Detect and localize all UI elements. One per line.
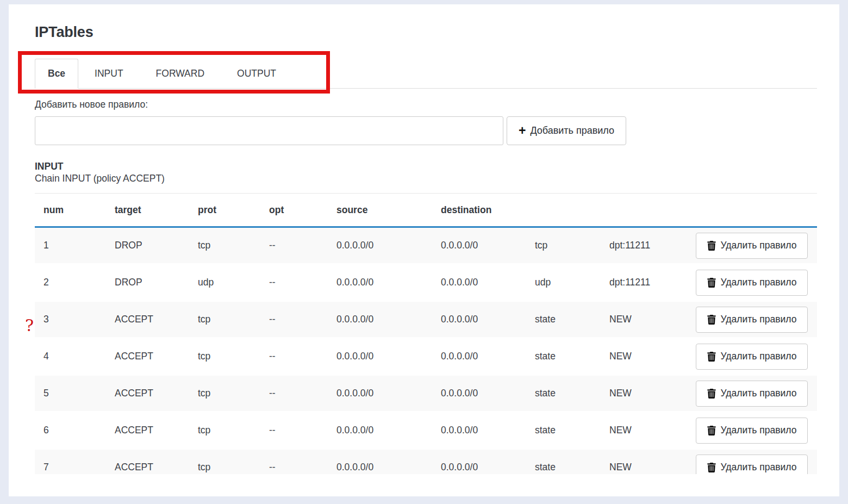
rule-cell-extra1: state: [526, 412, 601, 449]
rule-cell-actions: Удалить правило: [687, 301, 817, 338]
delete-rule-button-label: Удалить правило: [721, 240, 797, 251]
rule-cell-source: 0.0.0.0/0: [328, 412, 432, 449]
col-header-destination: destination: [432, 194, 526, 227]
rule-cell-prot: tcp: [189, 412, 260, 449]
rule-cell-num: 5: [35, 375, 106, 412]
rule-cell-extra2: NEW: [601, 375, 687, 412]
chain-section-header: INPUT Chain INPUT (policy ACCEPT): [35, 160, 817, 184]
rule-cell-num: 2: [35, 264, 106, 301]
page-title: IPTables: [35, 4, 817, 40]
col-header-target: target: [106, 194, 189, 227]
add-rule-button[interactable]: + Добавить правило: [507, 116, 626, 145]
rule-row: 3ACCEPTtcp--0.0.0.0/00.0.0.0/0stateNEWУд…: [35, 301, 817, 338]
rule-cell-actions: Удалить правило: [687, 264, 817, 301]
rule-cell-opt: --: [260, 227, 328, 264]
col-header-num: num: [35, 194, 106, 227]
rule-cell-target: ACCEPT: [106, 449, 189, 475]
rule-cell-opt: --: [260, 264, 328, 301]
delete-rule-button[interactable]: Удалить правило: [696, 381, 808, 407]
plus-icon: +: [519, 125, 526, 137]
chain-tabs: Все INPUT FORWARD OUTPUT: [35, 59, 817, 89]
rule-cell-prot: tcp: [189, 301, 260, 338]
rule-cell-source: 0.0.0.0/0: [328, 301, 432, 338]
tab-input[interactable]: INPUT: [78, 59, 140, 88]
rule-cell-destination: 0.0.0.0/0: [432, 227, 526, 264]
rules-table: num target prot opt source destination 1…: [35, 193, 817, 474]
rule-cell-num: 3: [35, 301, 106, 338]
rule-cell-target: DROP: [106, 264, 189, 301]
delete-rule-button[interactable]: Удалить правило: [696, 418, 808, 444]
delete-rule-button-label: Удалить правило: [721, 388, 797, 399]
rule-cell-extra1: state: [526, 375, 601, 412]
rule-row: 1DROPtcp--0.0.0.0/00.0.0.0/0tcpdpt:11211…: [35, 227, 817, 264]
table-header-row: num target prot opt source destination: [35, 194, 817, 227]
rule-cell-source: 0.0.0.0/0: [328, 449, 432, 475]
delete-rule-button[interactable]: Удалить правило: [696, 307, 808, 333]
col-header-opt: opt: [260, 194, 328, 227]
rule-cell-extra1: tcp: [526, 227, 601, 264]
delete-rule-button-label: Удалить правило: [721, 351, 797, 362]
trash-icon: [707, 352, 716, 362]
rule-cell-opt: --: [260, 412, 328, 449]
new-rule-input[interactable]: [35, 116, 503, 145]
col-header-source: source: [328, 194, 432, 227]
rule-cell-source: 0.0.0.0/0: [328, 227, 432, 264]
tab-output[interactable]: OUTPUT: [221, 59, 292, 88]
delete-rule-button[interactable]: Удалить правило: [696, 455, 808, 475]
rule-cell-source: 0.0.0.0/0: [328, 338, 432, 375]
trash-icon: [707, 389, 716, 399]
rule-cell-prot: tcp: [189, 375, 260, 412]
trash-icon: [707, 278, 716, 288]
rule-cell-actions: Удалить правило: [687, 375, 817, 412]
rule-cell-destination: 0.0.0.0/0: [432, 375, 526, 412]
rule-cell-extra2: dpt:11211: [601, 264, 687, 301]
rule-cell-source: 0.0.0.0/0: [328, 264, 432, 301]
trash-icon: [707, 315, 716, 325]
rule-cell-actions: Удалить правило: [687, 227, 817, 264]
add-rule-form: + Добавить правило: [35, 116, 817, 145]
delete-rule-button-label: Удалить правило: [721, 314, 797, 325]
delete-rule-button[interactable]: Удалить правило: [696, 233, 808, 259]
rule-cell-prot: tcp: [189, 449, 260, 475]
add-rule-label: Добавить новое правило:: [35, 99, 817, 110]
rule-cell-target: ACCEPT: [106, 375, 189, 412]
rule-cell-opt: --: [260, 301, 328, 338]
rule-cell-prot: tcp: [189, 227, 260, 264]
chain-name: INPUT: [35, 160, 817, 172]
rule-cell-extra1: state: [526, 338, 601, 375]
delete-rule-button[interactable]: Удалить правило: [696, 270, 808, 296]
rule-cell-extra1: state: [526, 301, 601, 338]
delete-rule-button[interactable]: Удалить правило: [696, 344, 808, 370]
content-card: IPTables Все INPUT FORWARD OUTPUT Добави…: [9, 4, 839, 496]
rule-cell-destination: 0.0.0.0/0: [432, 449, 526, 475]
tab-forward[interactable]: FORWARD: [140, 59, 221, 88]
rule-cell-num: 4: [35, 338, 106, 375]
delete-rule-button-label: Удалить правило: [721, 277, 797, 288]
rule-cell-destination: 0.0.0.0/0: [432, 264, 526, 301]
rule-row: 2DROPudp--0.0.0.0/00.0.0.0/0udpdpt:11211…: [35, 264, 817, 301]
tab-all[interactable]: Все: [35, 59, 78, 89]
rule-cell-num: 7: [35, 449, 106, 475]
rule-cell-extra2: NEW: [601, 301, 687, 338]
delete-rule-button-label: Удалить правило: [721, 425, 797, 436]
chain-policy: Chain INPUT (policy ACCEPT): [35, 172, 817, 184]
rule-cell-prot: tcp: [189, 338, 260, 375]
rule-cell-source: 0.0.0.0/0: [328, 375, 432, 412]
trash-icon: [707, 426, 716, 435]
delete-rule-button-label: Удалить правило: [721, 462, 797, 473]
rule-cell-extra2: dpt:11211: [601, 227, 687, 264]
rule-cell-target: ACCEPT: [106, 301, 189, 338]
rule-cell-opt: --: [260, 338, 328, 375]
rule-cell-destination: 0.0.0.0/0: [432, 301, 526, 338]
rule-cell-opt: --: [260, 375, 328, 412]
rule-cell-num: 1: [35, 227, 106, 264]
rule-cell-actions: Удалить правило: [687, 449, 817, 475]
rule-cell-target: DROP: [106, 227, 189, 264]
rule-cell-actions: Удалить правило: [687, 338, 817, 375]
rule-cell-destination: 0.0.0.0/0: [432, 338, 526, 375]
rule-row: 6ACCEPTtcp--0.0.0.0/00.0.0.0/0stateNEWУд…: [35, 412, 817, 449]
rule-cell-extra1: udp: [526, 264, 601, 301]
rule-cell-extra1: state: [526, 449, 601, 475]
rule-cell-destination: 0.0.0.0/0: [432, 412, 526, 449]
rule-cell-prot: udp: [189, 264, 260, 301]
